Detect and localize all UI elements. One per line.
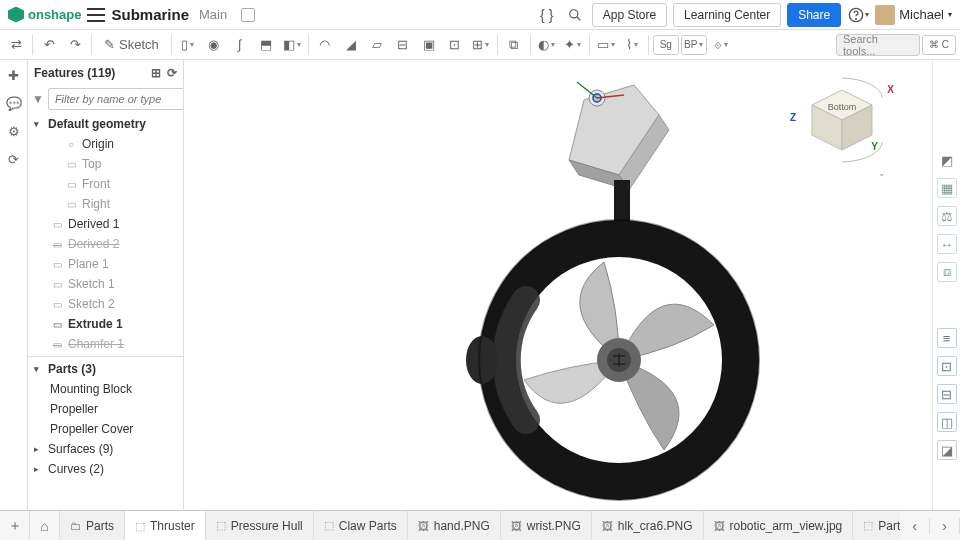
section-view-icon[interactable]: ⧈ <box>937 262 957 282</box>
axis-y: Y <box>871 141 878 152</box>
boolean-tool-icon[interactable]: ⧉ <box>502 33 526 57</box>
part-node[interactable]: Mounting Block <box>28 379 183 399</box>
feature-node[interactable]: ▭Chamfer 1 <box>28 334 183 354</box>
transform-tool-icon[interactable]: ◐ <box>535 33 559 57</box>
viewcube-chevron-icon[interactable]: ⌄ <box>878 168 886 178</box>
tab-type-icon: 🖼 <box>602 520 613 532</box>
sweep-tool-icon[interactable]: ∫ <box>228 33 252 57</box>
configurations-icon[interactable]: ⚙ <box>5 122 23 140</box>
document-tab[interactable]: 🖼hand.PNG <box>408 511 501 540</box>
draft-tool-icon[interactable]: ▱ <box>365 33 389 57</box>
pattern-tool-icon[interactable]: ⊞ <box>469 33 493 57</box>
curves-node[interactable]: ▸Curves (2) <box>28 459 183 479</box>
parts-header[interactable]: ▾Parts (3) <box>28 359 183 379</box>
document-tab[interactable]: 🖼hlk_cra6.PNG <box>592 511 704 540</box>
branch-name[interactable]: Main <box>199 7 227 22</box>
custom-feature-icon[interactable]: ⟐ <box>709 33 733 57</box>
feature-node[interactable]: ▭Sketch 2 <box>28 294 183 314</box>
hole-tool-icon[interactable]: ⊡ <box>443 33 467 57</box>
sg-pill[interactable]: Sg <box>653 35 679 55</box>
loft-tool-icon[interactable]: ⬒ <box>254 33 278 57</box>
part-node[interactable]: Propeller Cover <box>28 419 183 439</box>
svg-point-3 <box>855 18 856 19</box>
iso-view-icon[interactable]: ◩ <box>937 150 957 170</box>
hamburger-icon[interactable] <box>87 8 105 22</box>
document-tab[interactable]: 🖼wrist.PNG <box>501 511 592 540</box>
feature-node[interactable]: ▭Derived 1 <box>28 214 183 234</box>
brand-text: onshape <box>28 7 81 22</box>
part-node[interactable]: Propeller <box>28 399 183 419</box>
search-tools-input[interactable]: Search tools... <box>836 34 920 56</box>
feature-node[interactable]: ▭Derived 2 <box>28 234 183 254</box>
tab-type-icon: 🖼 <box>418 520 429 532</box>
thicken-tool-icon[interactable]: ◧ <box>280 33 304 57</box>
variables-icon[interactable]: ⟳ <box>5 150 23 168</box>
share-button[interactable]: Share <box>787 3 841 27</box>
surfaces-node[interactable]: ▸Surfaces (9) <box>28 439 183 459</box>
help-icon[interactable]: ▾ <box>847 4 869 26</box>
feature-tree: ▾Default geometry ○Origin ▭Top ▭Front ▭R… <box>28 112 183 510</box>
learning-center-button[interactable]: Learning Center <box>673 3 781 27</box>
document-title[interactable]: Submarine <box>111 6 189 23</box>
tab-type-icon: ⬚ <box>216 519 226 532</box>
redo-icon[interactable]: ↷ <box>63 33 87 57</box>
tabs-scroll-left-icon[interactable]: ‹ <box>900 518 930 534</box>
merge-branch-icon[interactable]: { } <box>536 4 558 26</box>
user-menu[interactable]: Michael ▾ <box>875 5 952 25</box>
plane-tool-icon[interactable]: ▭ <box>594 33 618 57</box>
app-store-button[interactable]: App Store <box>592 3 667 27</box>
filter-input[interactable] <box>48 88 184 110</box>
display-states-icon[interactable]: ◫ <box>937 412 957 432</box>
document-tab[interactable]: ⬚Thruster <box>125 511 206 540</box>
home-tab-icon[interactable]: ⌂ <box>30 511 60 540</box>
mass-props-icon[interactable]: ⚖ <box>937 206 957 226</box>
rib-tool-icon[interactable]: ⊟ <box>391 33 415 57</box>
right-rail: ◩ ▦ ⚖ ↔ ⧈ ≡ ⊡ ⊟ ◫ ◪ <box>932 60 960 510</box>
undo-icon[interactable]: ↶ <box>37 33 61 57</box>
curve-tool-icon[interactable]: ⌇ <box>620 33 644 57</box>
document-tab[interactable]: ⬚Claw Parts <box>314 511 408 540</box>
origin-node[interactable]: ○Origin <box>28 134 183 154</box>
bom-icon[interactable]: ≡ <box>937 328 957 348</box>
appearance-panel-icon[interactable]: ▦ <box>937 178 957 198</box>
add-feature-icon[interactable]: ✚ <box>5 66 23 84</box>
filter-icon[interactable]: ▼ <box>32 92 44 106</box>
feature-node[interactable]: ▭Extrude 1 <box>28 314 183 334</box>
rollback-icon[interactable]: ⟳ <box>167 66 177 80</box>
add-tab-button[interactable]: ＋ <box>0 511 30 540</box>
feature-node[interactable]: ▭Sketch 1 <box>28 274 183 294</box>
fillet-tool-icon[interactable]: ◠ <box>313 33 337 57</box>
sketch-tool[interactable]: ✎ Sketch <box>96 33 167 57</box>
brand-logo[interactable]: onshape <box>8 7 81 23</box>
document-tab[interactable]: 🖼robotic_arm_view.jpg <box>704 511 854 540</box>
extrude-tool-icon[interactable]: ▯ <box>176 33 200 57</box>
shell-tool-icon[interactable]: ▣ <box>417 33 441 57</box>
right-plane-node[interactable]: ▭Right <box>28 194 183 214</box>
tabs-scroll-right-icon[interactable]: › <box>930 518 960 534</box>
feature-tree-toggle-icon[interactable]: ⇄ <box>4 33 28 57</box>
top-plane-node[interactable]: ▭Top <box>28 154 183 174</box>
explode-icon[interactable]: ⊟ <box>937 384 957 404</box>
modify-tool-icon[interactable]: ✦ <box>561 33 585 57</box>
mate-icon[interactable]: ⊡ <box>937 356 957 376</box>
views-icon[interactable]: ◪ <box>937 440 957 460</box>
tab-type-icon: ⬚ <box>324 519 334 532</box>
bp-pill[interactable]: BP <box>681 35 707 55</box>
comments-icon[interactable]: 💬 <box>5 94 23 112</box>
revolve-tool-icon[interactable]: ◉ <box>202 33 226 57</box>
view-cube[interactable]: Bottom X Y Z ⌄ <box>792 70 892 170</box>
front-plane-node[interactable]: ▭Front <box>28 174 183 194</box>
copy-document-icon[interactable] <box>241 8 255 22</box>
document-tab[interactable]: ⬚Part Studio 3 <box>853 511 900 540</box>
user-avatar-icon <box>875 5 895 25</box>
chamfer-tool-icon[interactable]: ◢ <box>339 33 363 57</box>
add-custom-feature-icon[interactable]: ⊞ <box>151 66 161 80</box>
default-geometry-node[interactable]: ▾Default geometry <box>28 114 183 134</box>
feature-node[interactable]: ▭Plane 1 <box>28 254 183 274</box>
document-tab[interactable]: 🗀Parts <box>60 511 125 540</box>
measure-icon[interactable]: ↔ <box>937 234 957 254</box>
3d-canvas[interactable]: Bottom X Y Z ⌄ <box>184 60 932 510</box>
search-icon[interactable] <box>564 4 586 26</box>
document-tab[interactable]: ⬚Pressure Hull <box>206 511 314 540</box>
axis-x: X <box>887 84 894 95</box>
